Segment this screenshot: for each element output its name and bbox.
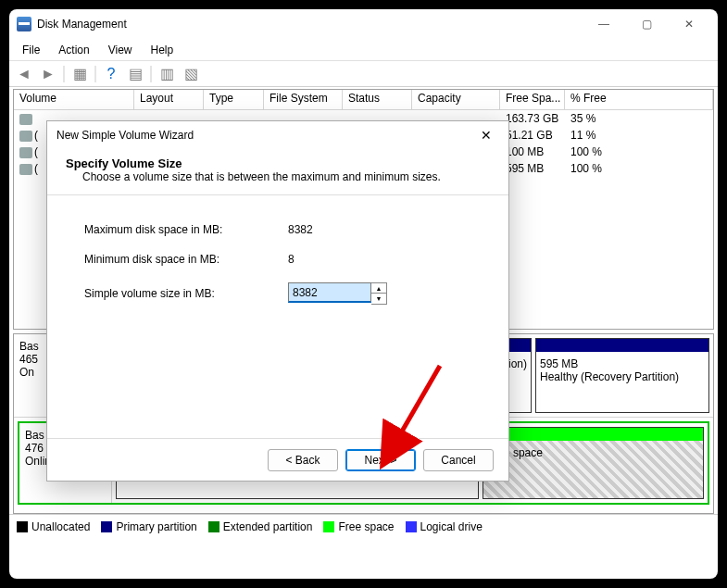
max-space-value: 8382: [288, 223, 313, 236]
separator: [94, 66, 96, 82]
wizard-titlebar: New Simple Volume Wizard ✕: [47, 121, 508, 149]
swatch-extended: [208, 521, 219, 532]
chart-icon[interactable]: ▧: [180, 64, 202, 84]
disk-icon: [19, 164, 32, 175]
free-space-partition[interactable]: Free space: [483, 427, 704, 499]
help-icon[interactable]: ?: [100, 64, 122, 84]
col-percent[interactable]: % Free: [565, 90, 713, 110]
legend: Unallocated Primary partition Extended p…: [9, 514, 718, 538]
col-layout[interactable]: Layout: [134, 90, 204, 110]
toolbar: ◄ ► ▦ ? ▤ ▥ ▧: [9, 61, 718, 87]
wizard-footer: < Back Next > Cancel: [47, 438, 508, 481]
menubar: File Action View Help: [9, 39, 718, 61]
spinner-up-button[interactable]: ▲: [371, 283, 386, 294]
minimize-button[interactable]: —: [583, 9, 625, 39]
disk-icon: [19, 114, 32, 125]
app-icon: [17, 17, 31, 31]
menu-file[interactable]: File: [13, 42, 49, 58]
wizard-header: Specify Volume Size Choose a volume size…: [47, 149, 508, 195]
spinner-down-button[interactable]: ▼: [371, 294, 386, 304]
menu-action[interactable]: Action: [49, 42, 98, 58]
separator: [63, 66, 65, 82]
back-button[interactable]: < Back: [268, 449, 338, 471]
volume-size-label: Simple volume size in MB:: [84, 287, 288, 300]
menu-help[interactable]: Help: [142, 42, 183, 58]
wizard-close-button[interactable]: ✕: [473, 122, 499, 148]
swatch-unallocated: [17, 521, 28, 532]
forward-icon[interactable]: ►: [37, 64, 59, 84]
disk-icon: [19, 131, 32, 142]
min-space-label: Minimum disk space in MB:: [84, 253, 288, 266]
new-volume-wizard: New Simple Volume Wizard ✕ Specify Volum…: [46, 120, 509, 482]
disk-icon: [19, 147, 32, 158]
maximize-button[interactable]: ▢: [625, 9, 668, 39]
wizard-subheading: Choose a volume size that is between the…: [66, 170, 441, 183]
close-button[interactable]: ✕: [668, 9, 710, 39]
stripe-primary: [536, 339, 708, 352]
volume-size-input[interactable]: [288, 282, 371, 303]
col-capacity[interactable]: Capacity: [412, 90, 500, 110]
titlebar: Disk Management — ▢ ✕: [9, 9, 718, 39]
wizard-heading: Specify Volume Size: [66, 156, 182, 170]
table-header: Volume Layout Type File System Status Ca…: [14, 90, 713, 110]
back-icon[interactable]: ◄: [13, 64, 35, 84]
app-window: Disk Management — ▢ ✕ File Action View H…: [9, 9, 718, 579]
next-button[interactable]: Next >: [345, 449, 416, 471]
col-filesystem[interactable]: File System: [264, 90, 343, 110]
refresh-icon[interactable]: ▤: [124, 64, 146, 84]
col-free[interactable]: Free Spa...: [500, 90, 565, 110]
swatch-primary: [101, 521, 112, 532]
min-space-value: 8: [288, 253, 295, 266]
stripe-free: [483, 428, 703, 441]
swatch-logical: [406, 521, 417, 532]
wizard-title: New Simple Volume Wizard: [56, 129, 473, 142]
col-status[interactable]: Status: [343, 90, 412, 110]
max-space-label: Maximum disk space in MB:: [84, 223, 288, 236]
table-icon[interactable]: ▦: [69, 64, 91, 84]
separator: [150, 66, 152, 82]
col-volume[interactable]: Volume: [14, 90, 134, 110]
col-type[interactable]: Type: [204, 90, 264, 110]
app-title: Disk Management: [37, 18, 583, 31]
swatch-free: [323, 521, 334, 532]
recovery-partition[interactable]: 595 MB Healthy (Recovery Partition): [535, 338, 709, 413]
cancel-button[interactable]: Cancel: [423, 449, 494, 471]
menu-view[interactable]: View: [99, 42, 142, 58]
settings-icon[interactable]: ▥: [156, 64, 178, 84]
